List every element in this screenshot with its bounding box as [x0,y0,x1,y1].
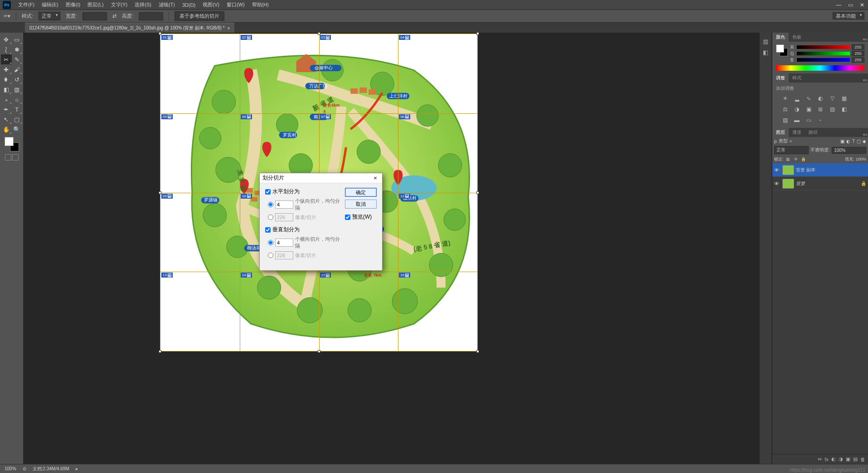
opacity-field[interactable]: 100% [832,147,866,154]
lasso-tool[interactable]: ⟅ [1,44,12,54]
lock-all-icon[interactable]: 🔒 [800,156,807,162]
lock-position-icon[interactable]: ✜ [793,156,799,162]
style-dropdown[interactable]: 正常 [39,12,60,20]
quickmask-mode-icon[interactable] [12,154,19,161]
zoom-tool[interactable]: 🔍 [12,124,23,134]
properties-panel-icon[interactable]: ◧ [761,47,771,57]
slice-badge[interactable]: 13▦ [161,273,173,278]
window-maximize-button[interactable]: ▭ [844,0,856,10]
horizontal-slices-field[interactable] [275,200,293,209]
vertical-slices-radio[interactable]: 个横向切片，均匀分隔 [268,236,340,249]
window-close-button[interactable]: ✕ [856,0,868,10]
vibrance-icon[interactable]: ▽ [828,94,837,102]
color-spectrum[interactable] [776,65,864,71]
status-flyout-icon[interactable]: ▸ [76,466,78,471]
slice-badge[interactable]: 08▦ [399,114,410,119]
blur-tool[interactable]: ∘ [1,94,12,104]
menu-file[interactable]: 文件(F) [15,1,38,8]
posterize-icon[interactable]: ▨ [781,116,790,124]
path-select-tool[interactable]: ↖ [1,114,12,124]
visibility-icon[interactable]: 👁 [774,167,781,173]
invert-icon[interactable]: ◧ [839,105,849,113]
menu-image[interactable]: 图像(I) [62,1,84,8]
height-field[interactable] [139,12,163,20]
tab-channels[interactable]: 通道 [789,128,805,137]
slice-badge[interactable]: 15▦ [320,273,331,278]
vertical-pixels-radio[interactable]: 像素/切片 [268,251,340,259]
menu-help[interactable]: 帮助(H) [248,1,272,8]
menu-type[interactable]: 文字(Y) [107,1,131,8]
panel-flyout-icon[interactable]: ▾≡ [863,78,868,83]
tab-layers[interactable]: 图层 [772,128,789,137]
cancel-button[interactable]: 取消 [345,200,377,209]
filter-img-icon[interactable]: ▣ [840,139,844,144]
move-tool[interactable]: ✥ [1,34,12,44]
vertical-slices-field[interactable] [275,239,293,247]
curves-icon[interactable]: ∿ [804,94,813,102]
color-balance-icon[interactable]: ⚖ [781,105,790,113]
slice-badge[interactable]: 02▦ [241,35,252,40]
visibility-icon[interactable]: 👁 [774,181,781,186]
filter-shape-icon[interactable]: ▢ [857,139,861,144]
standard-mode-icon[interactable] [5,154,11,161]
menu-view[interactable]: 视图(V) [199,1,223,8]
vertical-divide-checkbox[interactable]: 垂直划分为 [265,226,340,234]
bw-icon[interactable]: ◑ [792,105,801,113]
window-minimize-button[interactable]: — [833,0,844,10]
photo-filter-icon[interactable]: ▣ [804,105,813,113]
horizontal-slices-radio[interactable]: 个纵向切片，均匀分隔 [268,198,340,211]
horizontal-pixels-radio[interactable]: 像素/切片 [268,213,340,221]
fill-field[interactable]: 100% [856,157,866,161]
filter-type-icon[interactable]: T [852,139,855,144]
layer-mask-icon[interactable]: ◐ [831,456,836,462]
menu-edit[interactable]: 编辑(E) [38,1,62,8]
slice-badge[interactable]: 06▦ [241,114,252,119]
zoom-level[interactable]: 100% [5,466,16,471]
magic-wand-tool[interactable]: ✱ [12,44,23,54]
gradient-map-icon[interactable]: ▭ [804,116,813,124]
swap-wh-icon[interactable]: ⇄ [112,13,116,19]
threshold-icon[interactable]: ▬ [792,116,801,124]
preview-checkbox[interactable]: 预览(W) [345,213,377,221]
brightness-icon[interactable]: ☀ [781,94,790,102]
hue-sat-icon[interactable]: ▦ [839,94,849,102]
tool-preset-icon[interactable]: ✂▾ [4,13,10,19]
filter-adj-icon[interactable]: ◐ [846,139,850,144]
layer-row[interactable]: 👁 背景 🔒 [772,177,868,190]
menu-select[interactable]: 选择(S) [131,1,155,8]
tab-adjustments[interactable]: 调整 [772,73,789,83]
workspace-dropdown[interactable]: 基本功能 [833,12,864,20]
delete-layer-icon[interactable]: 🗑 [860,457,865,462]
filter-smart-icon[interactable]: ◆ [863,139,866,144]
dialog-titlebar[interactable]: 划分切片 × [260,173,382,183]
slice-badge[interactable]: 01▦ [161,35,173,40]
shape-tool[interactable]: ▢ [12,114,23,124]
blend-mode-dropdown[interactable]: 正常 [774,146,809,154]
slice-badge[interactable]: 04▦ [399,35,410,40]
red-value[interactable]: 255 [852,44,864,50]
slice-badge[interactable]: 16▦ [399,273,410,278]
exposure-icon[interactable]: ◐ [816,94,825,102]
lookup-icon[interactable]: ▤ [828,105,837,113]
layer-fx-icon[interactable]: fx [824,457,829,462]
slice-badge[interactable]: 05▦ [161,114,173,119]
history-brush-tool[interactable]: ↺ [12,74,23,84]
slice-badge[interactable]: 10▦ [241,194,252,199]
tab-swatches[interactable]: 色板 [789,33,805,42]
menu-filter[interactable]: 滤镜(T) [155,1,179,8]
layer-name[interactable]: 背景 [796,180,805,187]
color-swatches[interactable] [5,137,19,151]
menu-layer[interactable]: 图层(L) [84,1,107,8]
horizontal-divide-checkbox[interactable]: 水平划分为 [265,188,340,195]
dialog-close-icon[interactable]: × [371,175,379,181]
ok-button[interactable]: 确定 [345,188,377,197]
marquee-tool[interactable]: ▭ [12,34,23,44]
slice-from-guides-button[interactable]: 基于参考线的切片 [175,11,224,21]
eraser-tool[interactable]: ◧ [1,84,12,94]
selective-color-icon[interactable]: ▫ [816,116,825,124]
panel-flyout-icon[interactable]: ▾≡ [863,37,868,42]
channel-mixer-icon[interactable]: ⊞ [816,105,825,113]
slice-badge[interactable]: 09▦ [161,194,173,199]
pen-tool[interactable]: ✒ [1,104,12,114]
slice-badge[interactable]: 12▦ [399,194,410,199]
